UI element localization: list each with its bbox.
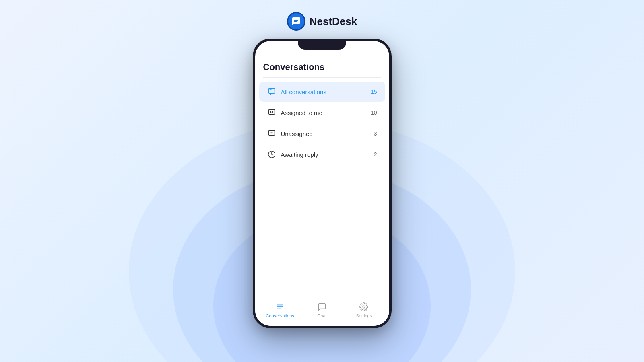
chat-nav-label: Chat xyxy=(317,313,326,318)
conversations-nav-icon xyxy=(275,302,285,312)
assigned-label: Assigned to me xyxy=(281,109,371,116)
phone-wrapper: Conversations xyxy=(253,39,392,328)
svg-point-1 xyxy=(270,89,270,90)
unassigned-label: Unassigned xyxy=(281,130,374,137)
unassigned-icon xyxy=(267,129,276,138)
brand-name: NestDesk xyxy=(310,15,357,28)
brand-logo-icon xyxy=(291,16,301,26)
conv-item-all[interactable]: All conversations 15 xyxy=(259,82,385,102)
nav-item-conversations[interactable]: Conversations xyxy=(259,302,301,318)
svg-rect-3 xyxy=(268,110,275,115)
awaiting-label: Awaiting reply xyxy=(281,151,374,158)
conversations-nav-label: Conversations xyxy=(266,313,294,318)
svg-point-2 xyxy=(270,89,271,90)
page-header: Conversations xyxy=(255,56,389,77)
phone-frame: Conversations xyxy=(253,39,392,328)
awaiting-icon xyxy=(267,150,276,159)
brand-header: NestDesk xyxy=(287,12,357,31)
phone-screen: Conversations xyxy=(255,41,389,326)
nav-item-chat[interactable]: Chat xyxy=(301,302,343,318)
phone-notch xyxy=(298,39,346,50)
awaiting-count: 2 xyxy=(374,151,377,158)
bottom-nav: Conversations Chat xyxy=(255,297,389,326)
nav-item-settings[interactable]: Settings xyxy=(343,302,385,318)
conversation-list: All conversations 15 Assigned to me xyxy=(255,78,389,297)
conv-item-unassigned[interactable]: Unassigned 3 xyxy=(259,123,385,144)
svg-point-4 xyxy=(270,111,272,113)
all-conversations-icon xyxy=(267,87,276,96)
screen-content: Conversations xyxy=(255,41,389,326)
unassigned-count: 3 xyxy=(374,130,377,137)
conv-item-awaiting[interactable]: Awaiting reply 2 xyxy=(259,144,385,165)
brand-logo xyxy=(287,12,305,31)
settings-nav-icon xyxy=(359,302,369,312)
page-title: Conversations xyxy=(263,62,381,72)
assigned-count: 10 xyxy=(371,109,377,116)
all-conversations-count: 15 xyxy=(371,88,377,95)
conv-item-assigned[interactable]: Assigned to me 10 xyxy=(259,103,385,123)
assigned-icon xyxy=(267,108,276,117)
all-conversations-label: All conversations xyxy=(281,88,371,95)
chat-nav-icon xyxy=(317,302,327,312)
settings-nav-label: Settings xyxy=(356,313,372,318)
svg-point-10 xyxy=(363,306,365,308)
